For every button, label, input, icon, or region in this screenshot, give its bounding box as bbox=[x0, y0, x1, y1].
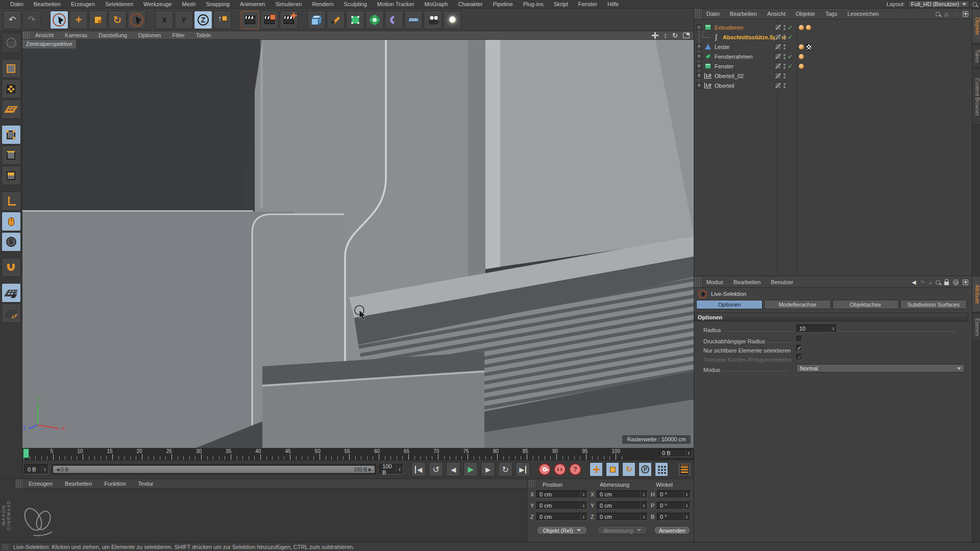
workplane-mode-button[interactable] bbox=[2, 99, 21, 119]
panel-grip[interactable] bbox=[694, 277, 701, 287]
end-frame-field[interactable]: 100 B ▴▾ bbox=[379, 464, 403, 474]
play-reverse-loop-button[interactable]: ↺ bbox=[429, 462, 443, 477]
attribute-menu-item[interactable]: Modus bbox=[701, 279, 728, 285]
timeline-frame-field[interactable]: 0 B ▴▾ bbox=[659, 449, 693, 457]
material-menu-item[interactable]: Erzeugen bbox=[22, 481, 59, 487]
menu-item[interactable]: Motion Tracker bbox=[372, 1, 420, 7]
menu-item[interactable]: Snapping bbox=[201, 1, 235, 7]
layer-swatch[interactable] bbox=[775, 34, 781, 40]
go-to-end-button[interactable]: ▶ bbox=[516, 462, 530, 477]
panel-grip[interactable] bbox=[15, 479, 22, 488]
object-manager-menu-item[interactable]: Objekte bbox=[791, 11, 820, 17]
position-x-input[interactable]: 0 cm▴▾ bbox=[536, 490, 587, 498]
stepper-icon[interactable]: ▴▾ bbox=[830, 325, 834, 332]
redo-button[interactable]: ↷ bbox=[22, 11, 41, 29]
viewport-menu-item[interactable]: Darstellung bbox=[93, 32, 133, 38]
rotate-view-icon[interactable]: ↻ bbox=[672, 32, 678, 39]
menu-item[interactable]: Fenster bbox=[573, 1, 602, 7]
object-name[interactable]: Oberteil_02 bbox=[715, 73, 744, 79]
menu-item[interactable]: MoGraph bbox=[420, 1, 453, 7]
timeline-ruler[interactable]: 0510152025303540455055606570758085909510… bbox=[22, 448, 657, 460]
track-icon[interactable] bbox=[953, 280, 959, 285]
object-manager-menu-item[interactable]: Tags bbox=[820, 11, 842, 17]
add-spline-button[interactable] bbox=[327, 11, 345, 29]
object-row[interactable]: − Extrudieren ✓ bbox=[694, 22, 972, 32]
next-frame-button[interactable]: ▶ bbox=[481, 462, 495, 477]
angle-h-input[interactable]: 0 °▴▾ bbox=[657, 490, 691, 498]
angle-b-input[interactable]: 0 °▴▾ bbox=[657, 513, 691, 521]
tab-subdivision-surfaces[interactable]: Subdivision Surfaces bbox=[900, 300, 967, 309]
tab-takes[interactable]: Takes bbox=[972, 45, 980, 68]
tolerant-selection-checkbox[interactable]: ✓ bbox=[796, 354, 802, 360]
texture-mode-button[interactable] bbox=[2, 79, 21, 98]
viewport-menu-item[interactable]: Tafeln bbox=[190, 32, 216, 38]
tab-objekte[interactable]: Objekte bbox=[972, 10, 980, 43]
timeline[interactable]: 0510152025303540455055606570758085909510… bbox=[22, 448, 694, 460]
add-light-button[interactable] bbox=[443, 11, 461, 29]
workplane-align-button[interactable]: ↺ bbox=[2, 304, 21, 323]
dimension-mode-dropdown[interactable]: Abmessung bbox=[597, 526, 648, 535]
go-to-start-button[interactable]: ◀ bbox=[411, 462, 426, 477]
menu-item[interactable]: Selektieren bbox=[100, 1, 138, 7]
key-position-button[interactable] bbox=[590, 462, 603, 477]
expand-icon[interactable]: + bbox=[696, 63, 702, 69]
add-panel-icon[interactable] bbox=[963, 11, 968, 17]
make-editable-button[interactable] bbox=[2, 33, 21, 53]
visibility-dots[interactable] bbox=[783, 73, 786, 79]
search-icon[interactable] bbox=[972, 2, 977, 7]
menu-item[interactable]: Erzeugen bbox=[66, 1, 100, 7]
menu-item[interactable]: Rendern bbox=[307, 1, 338, 7]
viewport-menu-item[interactable]: Filter bbox=[166, 32, 190, 38]
add-camera-button[interactable] bbox=[424, 11, 442, 29]
pan-view-icon[interactable] bbox=[652, 32, 658, 39]
object-row[interactable]: + L0 Oberteil ✓ bbox=[694, 81, 972, 90]
rotate-tool[interactable]: ↻ bbox=[108, 11, 127, 29]
path-icon[interactable] bbox=[952, 12, 959, 16]
menu-item[interactable]: Charakter bbox=[453, 1, 487, 7]
tab-ebenen[interactable]: Ebenen bbox=[972, 314, 980, 341]
record-keyframe-button[interactable] bbox=[538, 463, 551, 475]
texture-tag-icon[interactable] bbox=[806, 44, 812, 50]
layout-dropdown[interactable]: Full_HD (Benutzer) bbox=[908, 1, 969, 8]
panel-grip[interactable] bbox=[694, 9, 701, 19]
material-menu-item[interactable]: Funktion bbox=[98, 481, 132, 487]
key-rotation-button[interactable]: ↻ bbox=[622, 462, 635, 477]
object-manager-menu-item[interactable]: Bearbeiten bbox=[725, 11, 762, 17]
last-tool-button[interactable] bbox=[128, 11, 146, 29]
add-panel-icon[interactable] bbox=[963, 280, 968, 285]
lock-x-axis-button[interactable]: X bbox=[155, 11, 174, 29]
lock-icon[interactable] bbox=[944, 282, 949, 285]
pressure-radius-checkbox[interactable]: ✓ bbox=[796, 336, 802, 342]
tab-attribute[interactable]: Attribute bbox=[972, 277, 980, 312]
zoom-view-icon[interactable]: ↕ bbox=[664, 32, 667, 39]
modus-dropdown[interactable]: Normal bbox=[796, 364, 965, 372]
enabled-check-icon[interactable]: ✓ bbox=[788, 24, 794, 31]
scale-tool[interactable] bbox=[89, 11, 107, 29]
current-frame-marker[interactable] bbox=[23, 448, 29, 458]
enable-axis-button[interactable] bbox=[2, 191, 21, 211]
expand-icon[interactable]: + bbox=[696, 83, 702, 88]
object-manager-menu-item[interactable]: Datei bbox=[701, 11, 725, 17]
coordinate-system-button[interactable] bbox=[213, 11, 232, 29]
tab-modellierachse[interactable]: Modellierachse bbox=[764, 300, 830, 309]
angle-p-input[interactable]: 0 °▴▾ bbox=[657, 502, 691, 510]
visibility-dots[interactable] bbox=[783, 25, 786, 30]
enabled-check-icon[interactable]: ✓ bbox=[788, 63, 794, 70]
visibility-dots[interactable] bbox=[783, 54, 786, 59]
autokey-button[interactable] bbox=[554, 463, 566, 475]
object-name[interactable]: Fenster bbox=[715, 63, 733, 69]
visibility-dots[interactable] bbox=[783, 35, 786, 40]
viewport-menu-item[interactable]: Optionen bbox=[133, 32, 167, 38]
enabled-check-icon[interactable]: ✓ bbox=[788, 34, 794, 41]
position-y-input[interactable]: 0 cm▴▾ bbox=[536, 502, 587, 510]
menu-item[interactable]: Hilfe bbox=[602, 1, 624, 7]
object-manager-menu-item[interactable]: Ansicht bbox=[762, 11, 791, 17]
menu-item[interactable]: Plug-ins bbox=[518, 1, 549, 7]
layer-swatch[interactable] bbox=[775, 82, 781, 89]
enabled-check-icon[interactable]: ✓ bbox=[788, 53, 794, 60]
menu-item[interactable]: Bearbeiten bbox=[29, 1, 66, 7]
expand-icon[interactable]: + bbox=[696, 73, 702, 79]
coordinate-mode-dropdown[interactable]: Objekt (Rel) bbox=[536, 526, 587, 535]
phong-tag-icon[interactable] bbox=[806, 25, 811, 30]
object-name[interactable]: Leiste bbox=[715, 44, 729, 50]
